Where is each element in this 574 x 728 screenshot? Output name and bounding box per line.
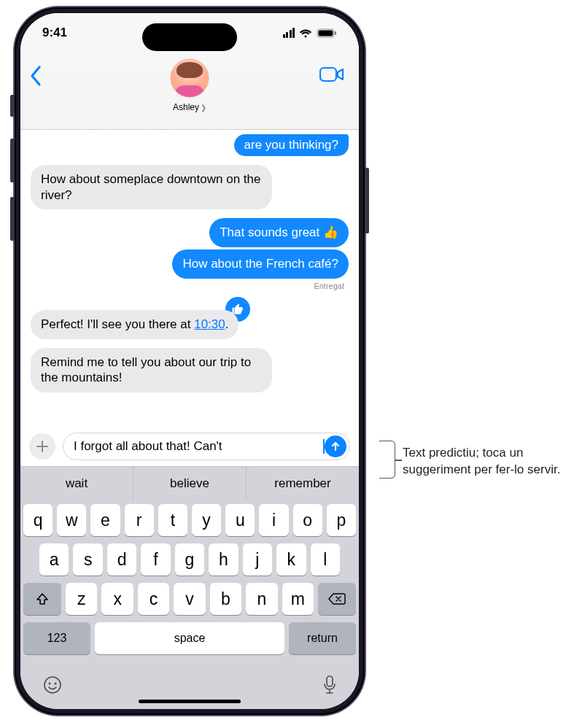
add-attachment-button[interactable] bbox=[29, 433, 55, 460]
dictation-key[interactable] bbox=[322, 675, 337, 700]
message-sent[interactable]: That sounds great 👍 bbox=[209, 218, 349, 247]
svg-point-6 bbox=[55, 683, 57, 685]
annotation-callout: Text predictiu; toca un suggeriment per … bbox=[379, 445, 570, 479]
contact-name: Ashley bbox=[173, 102, 199, 112]
callout-text: Text predictiu; toca un suggeriment per … bbox=[403, 445, 570, 479]
message-text: Perfect! I'll see you there at bbox=[41, 317, 194, 331]
key-f[interactable]: f bbox=[141, 543, 170, 576]
key-w[interactable]: w bbox=[57, 504, 86, 536]
return-key[interactable]: return bbox=[289, 622, 356, 654]
key-j[interactable]: j bbox=[243, 543, 272, 576]
predictive-suggestion[interactable]: believe bbox=[133, 467, 246, 500]
message-received[interactable]: Remind me to tell you about our trip to … bbox=[31, 348, 272, 393]
ring-switch bbox=[10, 95, 15, 117]
key-g[interactable]: g bbox=[175, 543, 204, 576]
space-key[interactable]: space bbox=[95, 622, 284, 654]
emoji-key[interactable] bbox=[42, 675, 63, 700]
predictive-suggestion[interactable]: wait bbox=[20, 467, 133, 500]
keyboard-row-4: 123 space return bbox=[23, 622, 356, 654]
key-q[interactable]: q bbox=[23, 504, 53, 536]
dynamic-island bbox=[142, 23, 237, 51]
volume-down-button bbox=[10, 197, 15, 241]
message-input[interactable]: I forgot all about that! Can't bbox=[63, 433, 350, 460]
contact-button[interactable]: Ashley ❯ bbox=[170, 58, 209, 112]
svg-point-4 bbox=[44, 677, 61, 693]
key-s[interactable]: s bbox=[73, 543, 102, 576]
screen: 9:41 Ashley ❯ bbox=[20, 13, 359, 709]
compose-row: I forgot all about that! Can't bbox=[20, 428, 359, 466]
cellular-icon bbox=[283, 28, 295, 38]
delivery-status: Entregat bbox=[314, 282, 344, 290]
key-e[interactable]: e bbox=[90, 504, 120, 536]
svg-rect-3 bbox=[320, 68, 336, 81]
chevron-right-icon: ❯ bbox=[201, 104, 206, 112]
svg-rect-2 bbox=[335, 31, 336, 35]
key-v[interactable]: v bbox=[174, 583, 205, 615]
svg-rect-1 bbox=[319, 30, 333, 36]
message-received[interactable]: How about someplace downtown on the rive… bbox=[31, 165, 272, 210]
key-r[interactable]: r bbox=[125, 504, 154, 536]
key-m[interactable]: m bbox=[282, 583, 314, 615]
key-c[interactable]: c bbox=[138, 583, 169, 615]
message-sent[interactable]: How about the French café? bbox=[172, 249, 349, 279]
keyboard-row-1: q w e r t y u i o p bbox=[23, 504, 356, 536]
key-k[interactable]: k bbox=[276, 543, 306, 576]
predictive-bar: wait believe remember bbox=[20, 466, 359, 500]
volume-up-button bbox=[10, 139, 15, 182]
send-button[interactable] bbox=[325, 435, 346, 457]
wifi-icon bbox=[299, 28, 312, 38]
keyboard: q w e r t y u i o p a s d f g h j k l bbox=[20, 500, 359, 709]
message-list[interactable]: are you thinking? How about someplace do… bbox=[20, 130, 359, 428]
numbers-key[interactable]: 123 bbox=[23, 622, 90, 654]
key-x[interactable]: x bbox=[101, 583, 133, 615]
status-time: 9:41 bbox=[42, 26, 67, 40]
phone-frame: 9:41 Ashley ❯ bbox=[15, 7, 365, 715]
input-text: I forgot all about that! Can't bbox=[74, 439, 322, 454]
key-b[interactable]: b bbox=[210, 583, 241, 615]
keyboard-row-2: a s d f g h j k l bbox=[23, 543, 356, 576]
time-link[interactable]: 10:30 bbox=[194, 317, 225, 331]
message-sent[interactable]: are you thinking? bbox=[234, 134, 349, 156]
key-d[interactable]: d bbox=[107, 543, 136, 576]
key-l[interactable]: l bbox=[311, 543, 340, 576]
key-y[interactable]: y bbox=[192, 504, 221, 536]
key-i[interactable]: i bbox=[259, 504, 288, 536]
key-t[interactable]: t bbox=[158, 504, 187, 536]
battery-icon bbox=[317, 28, 337, 38]
key-h[interactable]: h bbox=[209, 543, 238, 576]
keyboard-row-3: z x c v b n m bbox=[23, 583, 356, 615]
key-u[interactable]: u bbox=[225, 504, 255, 536]
backspace-key[interactable] bbox=[318, 583, 356, 615]
key-z[interactable]: z bbox=[66, 583, 97, 615]
key-n[interactable]: n bbox=[246, 583, 277, 615]
facetime-button[interactable] bbox=[319, 66, 344, 86]
avatar bbox=[170, 58, 209, 98]
key-a[interactable]: a bbox=[39, 543, 69, 576]
callout-bracket bbox=[379, 441, 395, 479]
svg-rect-7 bbox=[327, 676, 333, 686]
key-p[interactable]: p bbox=[327, 504, 356, 536]
shift-key[interactable] bbox=[23, 583, 61, 615]
home-indicator[interactable] bbox=[139, 700, 241, 703]
back-button[interactable] bbox=[29, 66, 42, 89]
message-received[interactable]: Perfect! I'll see you there at 10:30. bbox=[31, 310, 238, 339]
predictive-suggestion[interactable]: remember bbox=[246, 467, 359, 500]
svg-point-5 bbox=[49, 683, 51, 685]
key-o[interactable]: o bbox=[293, 504, 322, 536]
power-button bbox=[365, 168, 369, 233]
